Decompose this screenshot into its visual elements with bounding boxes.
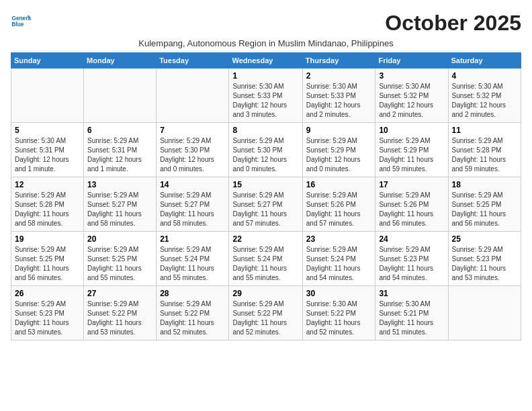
day-cell	[448, 286, 521, 340]
logo-icon: General Blue	[11, 11, 31, 31]
header-wednesday: Wednesday	[229, 53, 302, 68]
day-number: 11	[452, 126, 518, 135]
header-monday: Monday	[84, 53, 157, 68]
day-number: 1	[232, 71, 298, 81]
month-title-section: October 2025	[385, 11, 521, 36]
day-number: 28	[160, 289, 225, 298]
header-saturday: Saturday	[448, 53, 521, 68]
day-info: Sunrise: 5:29 AM Sunset: 5:24 PM Dayligh…	[160, 245, 225, 283]
day-info: Sunrise: 5:29 AM Sunset: 5:25 PM Dayligh…	[15, 245, 80, 283]
day-info: Sunrise: 5:29 AM Sunset: 5:30 PM Dayligh…	[232, 136, 298, 174]
day-cell: 10Sunrise: 5:29 AM Sunset: 5:29 PM Dayli…	[375, 123, 448, 177]
day-info: Sunrise: 5:29 AM Sunset: 5:22 PM Dayligh…	[160, 300, 225, 337]
day-number: 9	[306, 126, 372, 135]
day-number: 6	[87, 126, 152, 135]
day-cell: 17Sunrise: 5:29 AM Sunset: 5:26 PM Dayli…	[375, 177, 448, 232]
day-cell: 8Sunrise: 5:29 AM Sunset: 5:30 PM Daylig…	[229, 123, 302, 177]
week-row-0: 1Sunrise: 5:30 AM Sunset: 5:33 PM Daylig…	[11, 68, 521, 123]
day-info: Sunrise: 5:29 AM Sunset: 5:27 PM Dayligh…	[232, 191, 298, 228]
calendar-header-row: SundayMondayTuesdayWednesdayThursdayFrid…	[11, 53, 521, 68]
day-info: Sunrise: 5:30 AM Sunset: 5:32 PM Dayligh…	[379, 82, 444, 120]
day-number: 3	[379, 71, 444, 81]
day-number: 21	[160, 234, 225, 244]
day-cell: 24Sunrise: 5:29 AM Sunset: 5:23 PM Dayli…	[375, 232, 448, 286]
day-info: Sunrise: 5:29 AM Sunset: 5:24 PM Dayligh…	[232, 245, 298, 283]
day-cell: 19Sunrise: 5:29 AM Sunset: 5:25 PM Dayli…	[11, 232, 84, 286]
day-number: 18	[452, 180, 518, 189]
day-info: Sunrise: 5:29 AM Sunset: 5:31 PM Dayligh…	[87, 136, 152, 174]
day-info: Sunrise: 5:29 AM Sunset: 5:29 PM Dayligh…	[379, 136, 444, 174]
day-cell: 18Sunrise: 5:29 AM Sunset: 5:25 PM Dayli…	[448, 177, 521, 232]
day-info: Sunrise: 5:29 AM Sunset: 5:23 PM Dayligh…	[452, 245, 518, 283]
calendar-body: 1Sunrise: 5:30 AM Sunset: 5:33 PM Daylig…	[11, 68, 521, 340]
day-cell: 1Sunrise: 5:30 AM Sunset: 5:33 PM Daylig…	[229, 68, 302, 123]
day-info: Sunrise: 5:29 AM Sunset: 5:27 PM Dayligh…	[160, 191, 225, 228]
calendar-table: SundayMondayTuesdayWednesdayThursdayFrid…	[11, 52, 521, 340]
day-number: 14	[160, 180, 225, 189]
day-cell: 23Sunrise: 5:29 AM Sunset: 5:24 PM Dayli…	[302, 232, 375, 286]
day-number: 16	[306, 180, 372, 189]
day-number: 2	[306, 71, 372, 81]
day-cell: 11Sunrise: 5:29 AM Sunset: 5:28 PM Dayli…	[448, 123, 521, 177]
day-number: 17	[379, 180, 444, 189]
day-cell: 16Sunrise: 5:29 AM Sunset: 5:26 PM Dayli…	[302, 177, 375, 232]
day-info: Sunrise: 5:30 AM Sunset: 5:33 PM Dayligh…	[232, 82, 298, 120]
day-number: 12	[15, 180, 80, 189]
day-cell: 27Sunrise: 5:29 AM Sunset: 5:22 PM Dayli…	[84, 286, 157, 340]
day-cell	[157, 68, 229, 123]
svg-text:Blue: Blue	[12, 21, 24, 28]
day-cell: 22Sunrise: 5:29 AM Sunset: 5:24 PM Dayli…	[229, 232, 302, 286]
day-cell: 29Sunrise: 5:29 AM Sunset: 5:22 PM Dayli…	[229, 286, 302, 340]
day-number: 24	[379, 234, 444, 244]
day-cell: 28Sunrise: 5:29 AM Sunset: 5:22 PM Dayli…	[157, 286, 229, 340]
day-info: Sunrise: 5:29 AM Sunset: 5:22 PM Dayligh…	[87, 300, 152, 337]
day-info: Sunrise: 5:29 AM Sunset: 5:28 PM Dayligh…	[452, 136, 518, 174]
header-thursday: Thursday	[302, 53, 375, 68]
day-number: 5	[15, 126, 80, 135]
day-info: Sunrise: 5:29 AM Sunset: 5:26 PM Dayligh…	[379, 191, 444, 228]
day-number: 29	[232, 289, 298, 298]
header-friday: Friday	[375, 53, 448, 68]
day-info: Sunrise: 5:29 AM Sunset: 5:23 PM Dayligh…	[15, 300, 80, 337]
day-number: 4	[452, 71, 518, 81]
day-number: 10	[379, 126, 444, 135]
day-info: Sunrise: 5:29 AM Sunset: 5:23 PM Dayligh…	[379, 245, 444, 283]
header-tuesday: Tuesday	[157, 53, 229, 68]
day-info: Sunrise: 5:29 AM Sunset: 5:24 PM Dayligh…	[306, 245, 372, 283]
day-cell: 20Sunrise: 5:29 AM Sunset: 5:25 PM Dayli…	[84, 232, 157, 286]
day-cell: 5Sunrise: 5:30 AM Sunset: 5:31 PM Daylig…	[11, 123, 84, 177]
day-info: Sunrise: 5:30 AM Sunset: 5:21 PM Dayligh…	[379, 300, 444, 337]
day-cell: 7Sunrise: 5:29 AM Sunset: 5:30 PM Daylig…	[157, 123, 229, 177]
day-number: 23	[306, 234, 372, 244]
calendar-subtitle: Kulempang, Autonomous Region in Muslim M…	[11, 38, 521, 48]
day-info: Sunrise: 5:29 AM Sunset: 5:25 PM Dayligh…	[87, 245, 152, 283]
week-row-1: 5Sunrise: 5:30 AM Sunset: 5:31 PM Daylig…	[11, 123, 521, 177]
day-cell: 14Sunrise: 5:29 AM Sunset: 5:27 PM Dayli…	[157, 177, 229, 232]
day-number: 20	[87, 234, 152, 244]
week-row-3: 19Sunrise: 5:29 AM Sunset: 5:25 PM Dayli…	[11, 232, 521, 286]
day-number: 8	[232, 126, 298, 135]
day-info: Sunrise: 5:29 AM Sunset: 5:28 PM Dayligh…	[15, 191, 80, 228]
week-row-2: 12Sunrise: 5:29 AM Sunset: 5:28 PM Dayli…	[11, 177, 521, 232]
day-cell: 12Sunrise: 5:29 AM Sunset: 5:28 PM Dayli…	[11, 177, 84, 232]
day-number: 25	[452, 234, 518, 244]
day-cell: 31Sunrise: 5:30 AM Sunset: 5:21 PM Dayli…	[375, 286, 448, 340]
week-row-4: 26Sunrise: 5:29 AM Sunset: 5:23 PM Dayli…	[11, 286, 521, 340]
day-number: 22	[232, 234, 298, 244]
day-number: 13	[87, 180, 152, 189]
day-info: Sunrise: 5:29 AM Sunset: 5:30 PM Dayligh…	[160, 136, 225, 174]
logo: General Blue	[11, 11, 34, 31]
day-cell: 9Sunrise: 5:29 AM Sunset: 5:29 PM Daylig…	[302, 123, 375, 177]
day-cell	[84, 68, 157, 123]
day-cell: 21Sunrise: 5:29 AM Sunset: 5:24 PM Dayli…	[157, 232, 229, 286]
day-number: 26	[15, 289, 80, 298]
day-cell: 13Sunrise: 5:29 AM Sunset: 5:27 PM Dayli…	[84, 177, 157, 232]
day-number: 15	[232, 180, 298, 189]
day-info: Sunrise: 5:29 AM Sunset: 5:26 PM Dayligh…	[306, 191, 372, 228]
day-number: 31	[379, 289, 444, 298]
day-cell: 6Sunrise: 5:29 AM Sunset: 5:31 PM Daylig…	[84, 123, 157, 177]
day-cell: 15Sunrise: 5:29 AM Sunset: 5:27 PM Dayli…	[229, 177, 302, 232]
day-cell	[11, 68, 84, 123]
day-cell: 30Sunrise: 5:30 AM Sunset: 5:22 PM Dayli…	[302, 286, 375, 340]
day-number: 19	[15, 234, 80, 244]
